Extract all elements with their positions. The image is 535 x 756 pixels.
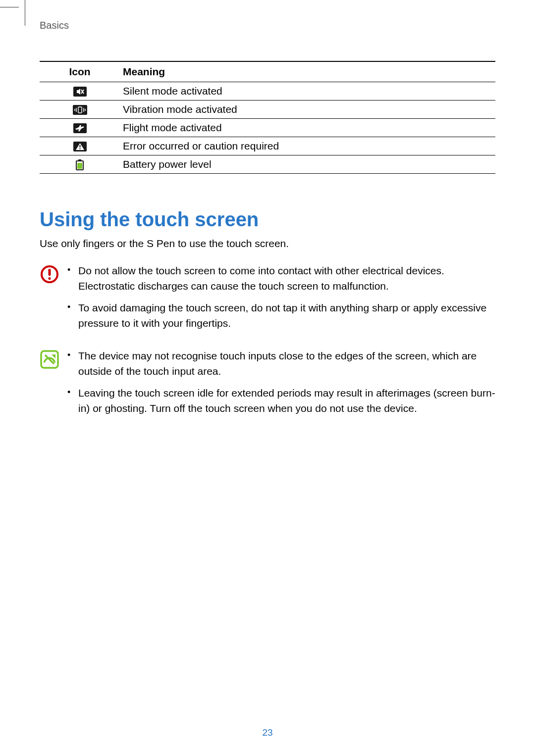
warning-bullet: To avoid damaging the touch screen, do n… [67,301,495,331]
icon-meaning-table: Icon Meaning [40,61,495,174]
note-callout: The device may not recognise touch input… [40,349,495,423]
table-row: Error occurred or caution required [40,137,495,155]
warning-bullet: Do not allow the touch screen to come in… [67,263,495,294]
table-cell-meaning: Flight mode activated [120,119,495,137]
svg-rect-17 [77,163,82,169]
crop-mark-horizontal [0,7,19,7]
svg-rect-20 [49,277,51,280]
warning-circle-icon [40,263,67,286]
table-cell-meaning: Silent mode activated [120,82,495,101]
table-row: Battery power level [40,155,495,174]
table-cell-meaning: Vibration mode activated [120,101,495,119]
note-square-icon [40,349,67,371]
silent-mode-icon [73,87,87,97]
page-number: 23 [0,727,535,738]
table-cell-meaning: Error occurred or caution required [120,137,495,155]
table-row: Flight mode activated [40,119,495,137]
table-cell-meaning: Battery power level [120,155,495,174]
note-bullet: The device may not recognise touch input… [67,349,495,379]
intro-text: Use only fingers or the S Pen to use the… [40,238,495,250]
section-label: Basics [40,20,495,31]
table-row: Silent mode activated [40,82,495,101]
table-header-icon: Icon [40,61,120,82]
note-bullet: Leaving the touch screen idle for extend… [67,386,495,416]
table-header-meaning: Meaning [120,61,495,82]
page-title: Using the touch screen [40,208,495,231]
caution-icon [73,142,87,151]
svg-rect-14 [79,149,80,150]
vibration-mode-icon [73,105,87,115]
flight-mode-icon [73,123,87,133]
svg-rect-19 [49,269,51,276]
svg-rect-13 [79,145,80,148]
battery-level-icon [76,159,84,170]
crop-mark-vertical [25,0,25,26]
warning-callout: Do not allow the touch screen to come in… [40,263,495,338]
table-row: Vibration mode activated [40,101,495,119]
